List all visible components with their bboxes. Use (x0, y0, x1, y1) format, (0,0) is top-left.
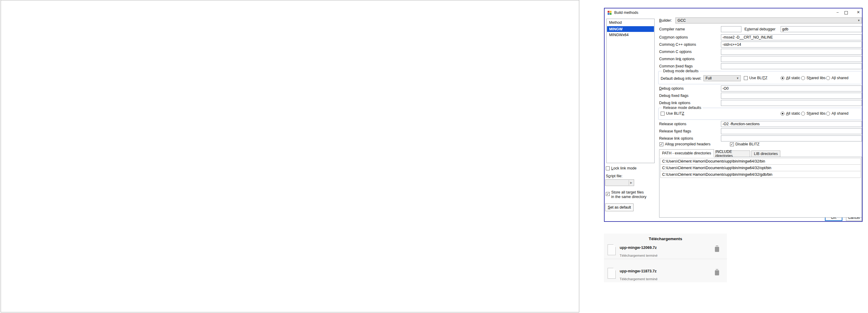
option-label: Common link options (659, 57, 695, 61)
file-icon (608, 244, 616, 255)
path-item[interactable]: C:\Users\Clément Hamon\Documents\upp\bin… (660, 158, 861, 165)
disable-blitz-checkbox[interactable]: ✓Disable BLITZ (730, 142, 760, 146)
option-input[interactable]: -std=c++14 (721, 41, 862, 47)
debug-info-level-label: Default debug info level: (661, 76, 701, 81)
ide-window (1, 0, 579, 312)
release-radio-1[interactable]: Shared libs (801, 111, 826, 115)
build-methods-dialog: Build methods–✕ MethodMINGWMINGWx64Lock … (604, 8, 863, 222)
store-target-checkbox[interactable]: ✓Store all target filesin the same direc… (606, 190, 647, 199)
download-status: Téléchargement terminé (620, 277, 658, 281)
script-file-label: Script file: (606, 174, 622, 178)
debug-info-level-combo[interactable]: Full▼ (704, 75, 741, 81)
debug-radio-0[interactable]: All static (781, 76, 800, 80)
option-label: Release link options (659, 136, 693, 141)
option-label: Common C++ options (659, 42, 696, 47)
option-input[interactable] (721, 49, 862, 55)
download-status: Téléchargement terminé (620, 253, 658, 257)
option-input[interactable]: -O0 (721, 85, 862, 92)
builder-combo[interactable]: GCC▼ (675, 18, 862, 24)
set-as-default-button[interactable]: Set as default (605, 203, 633, 211)
option-label: Debug fixed flags (659, 94, 688, 98)
builder-label: Builder: (659, 19, 672, 23)
tab-1[interactable]: INCLUDE directories (715, 150, 750, 157)
download-name: upp-mingw-12069.7z (620, 246, 657, 250)
downloads-panel: Téléchargementsupp-mingw-12069.7zTélécha… (604, 234, 727, 282)
option-input[interactable] (721, 128, 862, 134)
option-input[interactable] (721, 135, 862, 141)
method-item[interactable]: MINGWx64 (607, 32, 654, 38)
path-item[interactable]: C:\Users\Clément Hamon\Documents\upp\bin… (660, 165, 861, 171)
option-input[interactable] (721, 100, 862, 106)
option-label: Common C options (659, 50, 692, 54)
compiler-name-input[interactable] (721, 26, 741, 32)
compiler-name-label: Compiler name (659, 27, 685, 31)
method-list: MethodMINGWMINGWx64 (607, 19, 655, 163)
option-label: Common fixed flags (659, 64, 692, 68)
release-use-blitz-checkbox[interactable]: Use BLITZ (661, 111, 684, 115)
desktop: Build methods–✕ MethodMINGWMINGWx64Lock … (0, 0, 868, 313)
tab-2[interactable]: LIB directories (751, 150, 780, 157)
method-item[interactable]: MINGW (607, 26, 654, 32)
release-radio-2[interactable]: All shared (826, 111, 848, 115)
dialog-maximize-button[interactable] (844, 11, 848, 14)
debug-use-blitz-checkbox[interactable]: Use BLITZ (744, 76, 767, 80)
delete-download-icon[interactable] (715, 270, 719, 275)
option-input[interactable]: -msse2 -D__CRT_NO_INLINE (721, 34, 862, 40)
lock-link-mode-checkbox[interactable]: Lock link mode (606, 166, 637, 170)
debug-radio-1[interactable]: Shared libs (801, 76, 826, 80)
option-input[interactable] (721, 93, 862, 99)
option-label: Common options (659, 35, 688, 39)
delete-download-icon[interactable] (715, 247, 719, 252)
file-icon (608, 268, 616, 279)
path-list: C:\Users\Clément Hamon\Documents\upp\bin… (659, 157, 862, 218)
dialog-title: Build methods (614, 10, 638, 15)
option-input[interactable]: -O2 -ffunction-sections (721, 121, 862, 127)
downloads-title: Téléchargements (604, 237, 727, 241)
dialog-icon (608, 11, 612, 15)
dialog-close-button[interactable]: ✕ (855, 10, 862, 15)
option-label: Debug options (659, 86, 684, 91)
option-label: Debug link options (659, 101, 690, 105)
script-file-combo[interactable]: ▶ (605, 179, 634, 186)
external-debugger-label: External debugger (744, 27, 775, 31)
debug-radio-2[interactable]: All shared (826, 76, 848, 80)
option-label: Release options (659, 122, 686, 126)
option-input[interactable] (721, 56, 862, 62)
option-input[interactable] (721, 63, 862, 69)
external-debugger-input[interactable]: gdb (781, 26, 862, 32)
path-item[interactable]: C:\Users\Clément Hamon\Documents\upp\bin… (660, 171, 861, 178)
dialog-minimize-button[interactable]: – (834, 10, 841, 15)
download-name: upp-mingw-11873.7z (620, 269, 656, 273)
tab-0[interactable]: PATH - executable directories (659, 149, 714, 157)
release-radio-0[interactable]: All static (781, 111, 800, 115)
allow-pch-checkbox[interactable]: ✓Allow precompiled headers (659, 142, 710, 146)
option-label: Release fixed flags (659, 129, 691, 133)
